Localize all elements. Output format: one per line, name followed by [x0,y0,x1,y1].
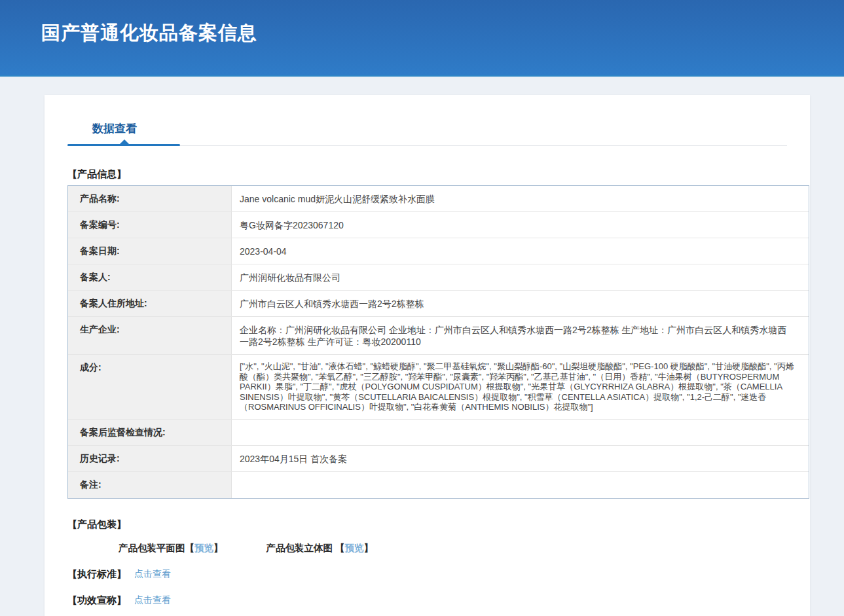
row-label: 备案编号: [68,212,232,238]
row-value: 2023年04月15日 首次备案 [232,446,809,471]
section-standard-heading: 【执行标准】 [67,568,126,581]
tab-data-view[interactable]: 数据查看 [92,121,137,145]
table-row-manufacturer: 生产企业: 企业名称：广州润研化妆品有限公司 企业地址：广州市白云区人和镇秀水塘… [68,317,809,355]
table-row-registrant: 备案人: 广州润研化妆品有限公司 [68,264,809,291]
packaging-links-row: 产品包装平面图【预览】 产品包装立体图 【预览】 [119,542,787,554]
table-row-supervision-check: 备案后监督检查情况: [68,420,809,446]
table-row-registration-number: 备案编号: 粤G妆网备字2023067120 [68,212,809,238]
row-value [232,472,809,498]
bracket-open: 【 [335,543,345,553]
packaging-flat-label: 产品包装平面图 [119,543,185,553]
packaging-flat-item: 产品包装平面图【预览】 [119,542,223,554]
table-row-remarks: 备注: [68,472,809,498]
table-row-product-name: 产品名称: Jane volcanic mud妍泥火山泥舒缓紧致补水面膜 [68,186,809,212]
table-row-ingredients: 成分: ["水", "火山泥", "甘油", "液体石蜡", "鲸蜡硬脂醇", … [68,355,809,420]
packaging-stereo-preview-link[interactable]: 预览 [345,543,364,553]
standard-row: 【执行标准】 点击查看 [67,568,787,581]
section-packaging-heading: 【产品包装】 [67,518,787,531]
row-value: 广州市白云区人和镇秀水塘西一路2号2栋整栋 [232,291,809,316]
row-value: 2023-04-04 [232,238,809,264]
packaging-stereo-item: 产品包装立体图 【预览】 [266,542,374,554]
row-label: 备案日期: [68,238,232,264]
page-title: 国产普通化妆品备案信息 [0,20,257,46]
bracket-close: 】 [364,543,374,553]
row-label: 备案人: [68,264,232,290]
row-value [232,420,809,445]
tab-divider [67,145,787,146]
packaging-stereo-label: 产品包装立体图 [266,543,333,553]
product-info-table: 产品名称: Jane volcanic mud妍泥火山泥舒缓紧致补水面膜 备案编… [67,185,809,499]
row-label: 生产企业: [68,317,232,354]
row-label: 产品名称: [68,186,232,211]
row-value: 粤G妆网备字2023067120 [232,212,809,238]
row-label: 备注: [68,472,232,498]
row-label: 备案人住所地址: [68,291,232,316]
efficacy-click-view-link[interactable]: 点击查看 [134,594,171,606]
row-label: 备案后监督检查情况: [68,420,232,445]
row-label: 成分: [68,355,232,419]
standard-click-view-link[interactable]: 点击查看 [134,568,171,580]
efficacy-row: 【功效宣称】 点击查看 [67,594,787,607]
content-card: 数据查看 【产品信息】 产品名称: Jane volcanic mud妍泥火山泥… [45,95,810,616]
table-row-registration-date: 备案日期: 2023-04-04 [68,238,809,264]
bracket-open: 【 [185,543,195,553]
packaging-flat-preview-link[interactable]: 预览 [194,543,213,553]
row-value: 广州润研化妆品有限公司 [232,264,809,290]
row-value: 企业名称：广州润研化妆品有限公司 企业地址：广州市白云区人和镇秀水塘西一路2号2… [232,317,809,354]
page-body: 数据查看 【产品信息】 产品名称: Jane volcanic mud妍泥火山泥… [0,77,844,616]
section-efficacy-heading: 【功效宣称】 [67,594,126,607]
tab-caret-icon [119,139,130,145]
row-value: ["水", "火山泥", "甘油", "液体石蜡", "鲸蜡硬脂醇", "聚二甲… [232,355,809,419]
table-row-history: 历史记录: 2023年04月15日 首次备案 [68,446,809,472]
table-row-registrant-address: 备案人住所地址: 广州市白云区人和镇秀水塘西一路2号2栋整栋 [68,291,809,317]
bracket-close: 】 [213,543,223,553]
page-header-banner: 国产普通化妆品备案信息 [0,0,844,77]
row-value: Jane volcanic mud妍泥火山泥舒缓紧致补水面膜 [232,186,809,211]
row-label: 历史记录: [68,446,232,471]
tab-bar: 数据查看 [67,95,787,146]
section-product-info-heading: 【产品信息】 [67,168,787,181]
